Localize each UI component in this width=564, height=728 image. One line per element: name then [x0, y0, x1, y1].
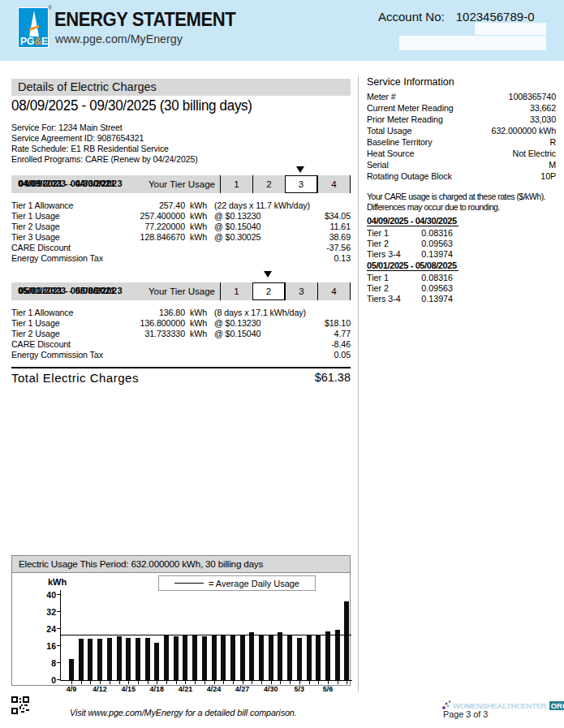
row-qty: 31.733330	[131, 329, 185, 339]
row-unit: kWh	[185, 318, 213, 329]
y-axis-tick-label: 0	[35, 675, 56, 685]
energy-statement-page: PG&E ® ENERGY STATEMENT www.pge.com/MyEn…	[0, 0, 564, 728]
usage-bar	[297, 638, 302, 681]
usage-bar	[88, 639, 93, 680]
row-rate	[213, 253, 334, 264]
usage-bar	[79, 639, 84, 680]
si-label: Serial	[367, 159, 389, 171]
row-label: Tier 2 Usage	[11, 222, 131, 232]
x-axis-tick-label: 4/30	[259, 685, 283, 693]
usage-bar	[117, 636, 122, 680]
y-axis-tick	[57, 611, 61, 612]
usage-bar	[287, 635, 292, 680]
total-label: Total Electric Charges	[11, 371, 139, 386]
tier-cell-3-selected: 3	[285, 175, 317, 193]
row-amount: $18.10	[325, 318, 351, 329]
row-rate	[213, 243, 326, 253]
usage-bar	[126, 638, 131, 681]
row-label: CARE Discount	[11, 243, 131, 253]
row-amount: $34.05	[325, 211, 351, 222]
x-axis-tick-label: 4/21	[173, 685, 197, 693]
table-row: Tier 2 Usage 77.220000 kWh @ $0.1504011.…	[11, 222, 351, 232]
service-information-title: Service Information	[367, 76, 454, 88]
account-number: 1023456789-0	[456, 10, 535, 24]
table-row: Tier 1 Allowance 136.80 kWh (8 days x 17…	[11, 308, 351, 318]
x-axis-tick-label: 4/18	[144, 685, 169, 693]
table-row: Tier 3 Usage 128.846670 kWh @ $0.3002538…	[11, 232, 351, 243]
care-rate-period-range: 04/09/2025 - 04/30/2025	[367, 216, 459, 226]
y-axis-tick	[57, 628, 61, 629]
table-row: Tier 2 Usage 31.733330 kWh @ $0.150404.7…	[11, 329, 351, 339]
rate-label: Tier 2	[367, 283, 389, 294]
qr-code-icon	[11, 696, 29, 714]
x-axis-tick	[148, 681, 149, 684]
tier-cell-2-selected: 2	[252, 282, 285, 300]
x-axis-tick	[309, 681, 310, 684]
header-band: PG&E ® ENERGY STATEMENT www.pge.com/MyEn…	[0, 0, 564, 61]
si-value: 10P	[540, 170, 556, 183]
row-label: Energy Commission Tax	[11, 253, 131, 264]
service-agreement-line: Service Agreement ID: 9087654321	[11, 133, 144, 143]
row-amount: -37.56	[326, 243, 351, 253]
rate-value: 0.08316	[421, 273, 453, 283]
chart-y-axis-label: kWh	[48, 577, 67, 587]
si-label: Heat Source	[367, 148, 414, 160]
average-daily-usage-line	[61, 635, 351, 635]
list-item: Baseline TerritoryR	[367, 136, 556, 149]
usage-bar	[316, 635, 321, 680]
usage-bar	[335, 630, 340, 680]
page-title: ENERGY STATEMENT	[54, 8, 235, 31]
si-label: Total Usage	[367, 125, 411, 137]
x-axis-tick	[90, 681, 91, 684]
tier-table-1-header: 04/09/2021 - 04/30/2021 04/09/2023 - 04/…	[11, 175, 351, 193]
date-range-layer: 05/01/2023 - 05/08/2023	[19, 286, 123, 295]
row-label: Tier 1 Allowance	[11, 200, 131, 211]
list-item: Tier 10.08316	[367, 273, 453, 283]
row-unit: kWh	[185, 232, 213, 243]
si-label: Baseline Territory	[367, 136, 433, 149]
row-label: Energy Commission Tax	[11, 350, 131, 360]
your-tier-usage-label: Your Tier Usage	[141, 286, 220, 296]
usage-bar	[212, 635, 217, 680]
y-axis-tick	[57, 679, 61, 680]
usage-bar	[145, 638, 150, 681]
redaction-box	[475, 23, 546, 35]
rate-value: 0.08316	[421, 228, 453, 239]
tier-cell-2: 2	[252, 175, 285, 193]
y-axis-tick-label: 8	[35, 658, 56, 668]
list-item: Tier 20.09563	[367, 239, 453, 249]
row-label: Tier 1 Usage	[11, 211, 131, 222]
si-label: Current Meter Reading	[367, 102, 454, 114]
row-unit	[185, 243, 213, 253]
row-qty: 257.400000	[131, 211, 185, 222]
row-unit: kWh	[185, 308, 213, 318]
list-item: Current Meter Reading33,662	[367, 102, 556, 114]
row-rate	[213, 339, 331, 350]
x-axis-tick	[261, 681, 262, 684]
x-axis-tick	[166, 681, 167, 684]
y-axis-tick-label: 16	[35, 641, 56, 651]
usage-bar	[97, 639, 102, 680]
total-electric-charges-row: Total Electric Charges $61.38	[11, 371, 351, 386]
chart-title: Electric Usage This Period: 632.000000 k…	[12, 556, 350, 573]
x-axis-tick-label: 4/24	[202, 685, 226, 693]
list-item: Rotating Outage Block10P	[367, 170, 556, 183]
table-row: CARE Discount -37.56	[11, 243, 351, 253]
tier-cell-3: 3	[285, 282, 317, 300]
usage-bar	[230, 635, 235, 680]
row-amount: 38.69	[329, 232, 351, 243]
x-axis-tick	[205, 681, 205, 684]
rate-value: 0.09563	[421, 239, 453, 249]
si-value: Not Electric	[513, 148, 556, 160]
row-unit: kWh	[185, 222, 213, 232]
x-axis-tick	[290, 681, 291, 684]
account-label: Account No:	[378, 10, 445, 24]
row-unit: kWh	[185, 200, 213, 211]
row-rate: @ $0.15040	[213, 222, 330, 232]
x-axis-tick	[271, 681, 272, 684]
rate-label: Tiers 3-4	[367, 294, 401, 304]
x-axis-tick-label: 5/6	[316, 685, 340, 693]
row-label: Tier 3 Usage	[11, 232, 131, 243]
x-axis-tick	[110, 681, 110, 684]
usage-bar	[344, 601, 349, 680]
